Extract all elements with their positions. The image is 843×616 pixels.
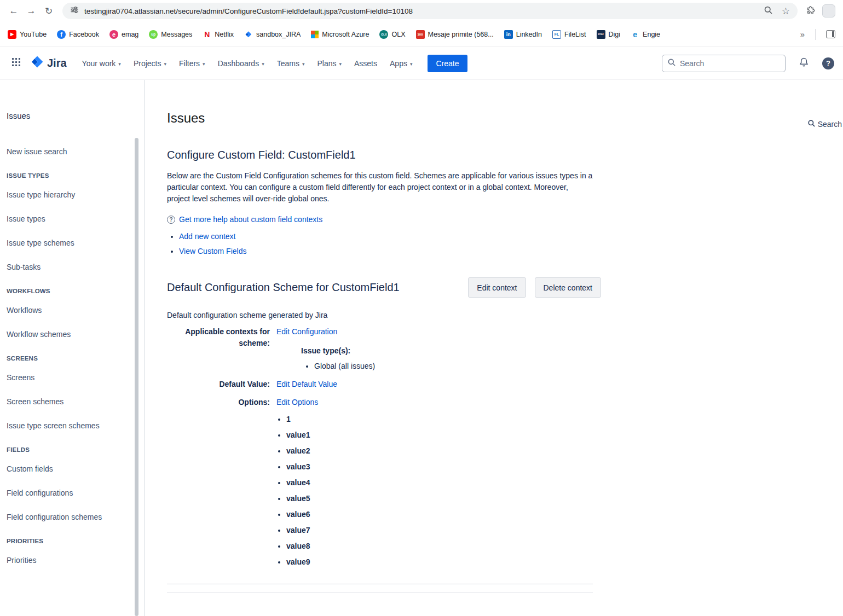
bookmark-emag[interactable]: eemag	[109, 30, 138, 39]
sidebar-item-field-configuration-schemes[interactable]: Field configuration schemes	[7, 513, 128, 521]
bookmark-linkedin[interactable]: inLinkedIn	[504, 30, 542, 39]
bookmarks-divider	[815, 29, 816, 40]
app-switcher-button[interactable]	[8, 55, 24, 72]
bookmark-messages[interactable]: upMessages	[149, 30, 192, 39]
jira-top-nav: Jira Your work▾ Projects▾ Filters▾ Dashb…	[0, 47, 843, 80]
facebook-icon: f	[57, 30, 66, 39]
sidebar-item-custom-fields[interactable]: Custom fields	[7, 464, 128, 473]
option-item: value4	[286, 477, 318, 489]
bookmarks-overflow-chevron-icon[interactable]: »	[800, 30, 805, 39]
jira-logo[interactable]: Jira	[31, 55, 67, 71]
page-search-link[interactable]: Search	[807, 119, 842, 129]
create-button[interactable]: Create	[428, 55, 467, 72]
issue-types-label: Issue type(s):	[301, 345, 375, 357]
global-search[interactable]	[662, 55, 786, 72]
grid-icon	[11, 57, 21, 69]
bookmark-inbox[interactable]: 100Mesaje primite (568...	[416, 30, 494, 39]
arrow-left-icon: ←	[9, 5, 19, 16]
search-input[interactable]	[680, 59, 780, 68]
option-item: value3	[286, 461, 318, 473]
forward-button[interactable]: →	[23, 3, 39, 19]
upwork-icon: up	[149, 30, 158, 39]
search-icon	[667, 58, 676, 69]
back-button[interactable]: ←	[5, 3, 22, 19]
option-item: value5	[286, 493, 318, 504]
zoom-icon[interactable]	[764, 5, 773, 17]
nav-teams[interactable]: Teams▾	[277, 59, 305, 68]
sidebar-item-new-issue-search[interactable]: New issue search	[7, 147, 128, 156]
chevron-down-icon: ▾	[410, 61, 413, 67]
main-content: Search Issues Configure Custom Field: Cu…	[145, 80, 843, 616]
sidebar-item-priorities[interactable]: Priorities	[7, 556, 128, 565]
notifications-bell-icon[interactable]	[798, 56, 810, 70]
bookmark-facebook[interactable]: fFacebook	[57, 30, 99, 39]
sidebar-item-field-configurations[interactable]: Field configurations	[7, 489, 128, 497]
digi-icon: DIGI	[597, 30, 605, 39]
nav-filters[interactable]: Filters▾	[179, 59, 205, 68]
sidebar-item-issue-type-hierarchy[interactable]: Issue type hierarchy	[7, 190, 128, 199]
emag-icon: e	[109, 30, 118, 39]
view-custom-fields-link[interactable]: View Custom Fields	[179, 247, 246, 255]
chevron-down-icon: ▾	[118, 61, 121, 67]
bookmark-olx[interactable]: OLXOLX	[379, 30, 405, 39]
bookmark-netflix[interactable]: NNetflix	[203, 30, 234, 39]
default-value-value: Edit Default Value	[276, 379, 337, 390]
extensions-icon[interactable]	[805, 5, 816, 18]
option-item: value2	[286, 445, 318, 457]
bookmark-youtube[interactable]: ▶YouTube	[8, 30, 47, 39]
sidebar-item-sub-tasks[interactable]: Sub-tasks	[7, 263, 128, 271]
add-new-context-link[interactable]: Add new context	[179, 232, 236, 241]
edit-default-value-link[interactable]: Edit Default Value	[276, 380, 337, 388]
default-value-row: Default Value: Edit Default Value	[167, 379, 843, 390]
sidebar-heading-issue-types: ISSUE TYPES	[7, 172, 128, 179]
chevron-down-icon: ▾	[203, 61, 205, 67]
profile-avatar[interactable]	[822, 4, 835, 18]
microsoft-icon	[311, 31, 319, 38]
nav-projects[interactable]: Projects▾	[134, 59, 166, 68]
edit-options-link[interactable]: Edit Options	[276, 398, 318, 406]
sidebar-scrollbar[interactable]	[135, 138, 138, 616]
chevron-down-icon: ▾	[302, 61, 305, 67]
sidebar-item-screen-schemes[interactable]: Screen schemes	[7, 397, 128, 406]
nav-assets[interactable]: Assets	[354, 59, 377, 68]
sidebar-heading-fields: FIELDS	[7, 446, 128, 453]
sidebar-item-workflow-schemes[interactable]: Workflow schemes	[7, 330, 128, 339]
bookmark-microsoft-azure[interactable]: Microsoft Azure	[311, 31, 369, 38]
bookmark-sandbox-jira[interactable]: sandbox_JIRA	[244, 30, 301, 39]
help-icon[interactable]: ?	[822, 57, 834, 69]
youtube-icon: ▶	[8, 30, 16, 39]
sidebar-item-issue-type-schemes[interactable]: Issue type schemes	[7, 239, 128, 247]
issue-types-block: Issue type(s): Global (all issues)	[301, 345, 375, 372]
nav-plans[interactable]: Plans▾	[317, 59, 342, 68]
netflix-icon: N	[203, 30, 211, 39]
address-bar[interactable]: testingjira0704.atlassian.net/secure/adm…	[62, 3, 798, 19]
contexts-label: Applicable contexts for scheme:	[167, 326, 270, 372]
chevron-down-icon: ▾	[339, 61, 342, 67]
help-link[interactable]: Get more help about custom field context…	[179, 215, 322, 224]
option-item: value1	[286, 429, 318, 441]
help-link-row: ? Get more help about custom field conte…	[167, 215, 843, 224]
url-text: testingjira0704.atlassian.net/secure/adm…	[84, 7, 758, 15]
site-info-icon[interactable]	[70, 5, 79, 16]
nav-your-work[interactable]: Your work▾	[82, 59, 121, 68]
sidebar-item-issue-types[interactable]: Issue types	[7, 214, 128, 223]
reload-icon: ↻	[45, 5, 53, 17]
options-list: 1 value1 value2 value3 value4 value5 val…	[286, 414, 318, 568]
action-links: Add new context View Custom Fields	[179, 232, 843, 255]
sidebar-item-screens[interactable]: Screens	[7, 373, 128, 382]
side-panel-icon[interactable]	[826, 30, 835, 38]
nav-apps[interactable]: Apps▾	[390, 59, 412, 68]
sidebar-item-workflows[interactable]: Workflows	[7, 306, 128, 315]
bookmark-digi[interactable]: DIGIDigi	[597, 30, 621, 39]
bookmark-engie[interactable]: eEngie	[631, 30, 660, 39]
reload-button[interactable]: ↻	[41, 3, 57, 19]
nav-dashboards[interactable]: Dashboards▾	[218, 59, 264, 68]
sidebar-item-issue-type-screen-schemes[interactable]: Issue type screen schemes	[7, 421, 128, 430]
bookmark-star-icon[interactable]: ☆	[782, 7, 790, 16]
chevron-down-icon: ▾	[262, 61, 264, 67]
edit-context-button[interactable]: Edit context	[468, 277, 526, 298]
bookmark-filelist[interactable]: FLFileList	[552, 30, 586, 39]
edit-configuration-link[interactable]: Edit Configuration	[276, 327, 337, 336]
delete-context-button[interactable]: Delete context	[535, 277, 602, 298]
divider	[167, 584, 593, 584]
